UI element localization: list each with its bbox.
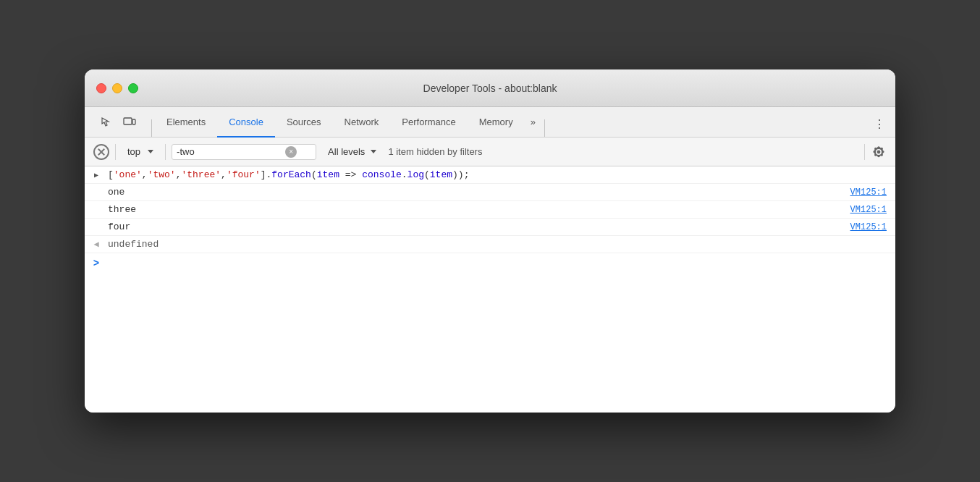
window-title: Developer Tools - about:blank xyxy=(423,83,557,94)
title-bar: Developer Tools - about:blank xyxy=(85,69,895,107)
tab-elements[interactable]: Elements xyxy=(155,108,217,138)
console-output: ▶ ['one','two','three','four'].forEach(i… xyxy=(85,166,895,413)
output-text-four: four xyxy=(108,221,850,232)
tab-console[interactable]: Console xyxy=(217,108,275,138)
toolbar-separator-1 xyxy=(115,144,116,160)
gear-icon xyxy=(873,146,884,158)
devtools-icon-group xyxy=(90,107,145,137)
inspect-element-button[interactable] xyxy=(96,112,117,132)
undefined-row: ◀ undefined xyxy=(85,236,895,253)
devtools-window: Developer Tools - about:blank Elements C… xyxy=(85,69,895,413)
expand-arrow[interactable]: ▶ xyxy=(85,171,108,179)
tab-separator-2 xyxy=(544,119,545,137)
tab-performance[interactable]: Performance xyxy=(390,108,467,138)
tab-separator xyxy=(151,119,152,137)
tab-memory[interactable]: Memory xyxy=(468,108,525,138)
minimize-button[interactable] xyxy=(112,83,122,93)
source-link-one[interactable]: VM125:1 xyxy=(850,187,887,198)
devtools-menu-button[interactable]: ⋮ xyxy=(869,114,890,134)
context-dropdown-arrow xyxy=(148,150,153,153)
table-row: one VM125:1 xyxy=(85,184,895,201)
source-link-four[interactable]: VM125:1 xyxy=(850,222,887,232)
toolbar-separator-3 xyxy=(864,144,865,160)
context-selector[interactable]: top xyxy=(122,144,159,159)
tab-sources[interactable]: Sources xyxy=(275,108,333,138)
console-input-row: ▶ ['one','two','three','four'].forEach(i… xyxy=(85,166,895,184)
filter-input[interactable] xyxy=(177,146,285,157)
levels-dropdown-arrow xyxy=(371,150,376,153)
output-text-one: one xyxy=(108,187,850,198)
device-toggle-button[interactable] xyxy=(119,112,140,132)
clear-console-button[interactable] xyxy=(93,144,109,160)
tab-end-icons: ⋮ xyxy=(869,114,890,137)
output-text-three: three xyxy=(108,204,850,215)
tab-bar: Elements Console Sources Network Perform… xyxy=(85,107,895,138)
table-row: four VM125:1 xyxy=(85,219,895,236)
close-button[interactable] xyxy=(96,83,106,93)
maximize-button[interactable] xyxy=(128,83,138,93)
tab-network[interactable]: Network xyxy=(333,108,391,138)
more-tabs-button[interactable]: » xyxy=(525,107,541,137)
traffic-lights xyxy=(96,83,138,93)
svg-rect-0 xyxy=(124,118,132,124)
filter-container: × xyxy=(172,144,316,160)
table-row: three VM125:1 xyxy=(85,201,895,219)
console-toolbar: top × All levels 1 item hidden by filter… xyxy=(85,138,895,166)
console-code-line: ['one','two','three','four'].forEach(ite… xyxy=(108,169,895,180)
svg-rect-1 xyxy=(132,119,135,124)
filter-info-text: 1 item hidden by filters xyxy=(388,146,858,157)
console-input[interactable] xyxy=(108,258,895,269)
source-link-three[interactable]: VM125:1 xyxy=(850,205,887,215)
log-levels-selector[interactable]: All levels xyxy=(322,144,382,159)
undefined-arrow: ◀ xyxy=(85,239,108,250)
toolbar-separator-2 xyxy=(165,144,166,160)
settings-button[interactable] xyxy=(871,144,887,160)
console-prompt-symbol: > xyxy=(85,258,108,269)
undefined-text: undefined xyxy=(108,239,895,250)
console-prompt-row: > xyxy=(85,253,895,274)
filter-clear-button[interactable]: × xyxy=(285,146,297,158)
